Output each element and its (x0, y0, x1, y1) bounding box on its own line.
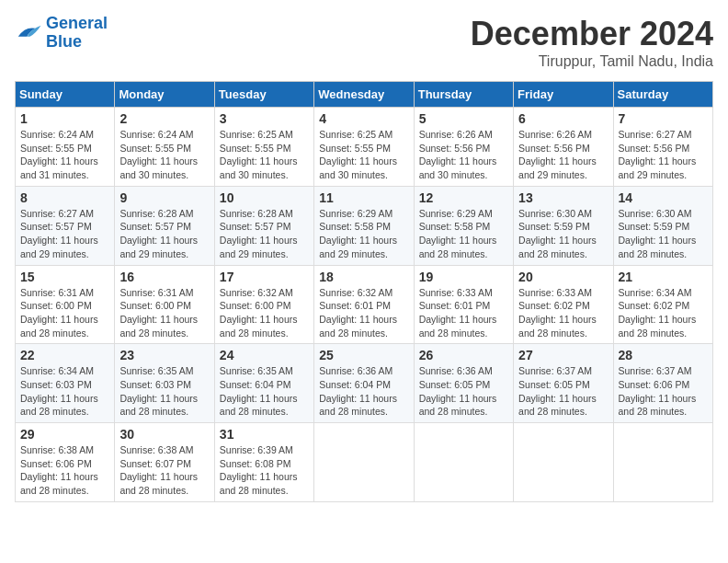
col-friday: Friday (514, 82, 613, 108)
day-info: Sunrise: 6:24 AMSunset: 5:55 PMDaylight:… (119, 128, 209, 182)
day-number: 6 (518, 111, 608, 126)
day-info: Sunrise: 6:30 AMSunset: 5:59 PMDaylight:… (518, 207, 608, 261)
day-number: 8 (20, 190, 109, 205)
day-info: Sunrise: 6:27 AMSunset: 5:57 PMDaylight:… (20, 207, 109, 261)
col-tuesday: Tuesday (214, 82, 313, 108)
calendar-cell: 9Sunrise: 6:28 AMSunset: 5:57 PMDaylight… (115, 186, 214, 265)
day-info: Sunrise: 6:26 AMSunset: 5:56 PMDaylight:… (419, 128, 508, 182)
page-header: General Blue December 2024 Tiruppur, Tam… (15, 15, 713, 70)
day-info: Sunrise: 6:25 AMSunset: 5:55 PMDaylight:… (220, 128, 309, 182)
col-sunday: Sunday (16, 82, 115, 108)
calendar-cell: 15Sunrise: 6:31 AMSunset: 6:00 PMDayligh… (16, 265, 115, 344)
calendar-cell: 12Sunrise: 6:29 AMSunset: 5:58 PMDayligh… (414, 186, 513, 265)
day-number: 2 (119, 111, 209, 126)
calendar-cell: 18Sunrise: 6:32 AMSunset: 6:01 PMDayligh… (314, 265, 414, 344)
day-number: 24 (220, 348, 309, 362)
logo-text: General Blue (46, 15, 108, 52)
day-info: Sunrise: 6:31 AMSunset: 6:00 PMDaylight:… (20, 286, 109, 340)
calendar-cell: 26Sunrise: 6:36 AMSunset: 6:05 PMDayligh… (414, 344, 513, 423)
location: Tiruppur, Tamil Nadu, India (471, 53, 713, 70)
calendar-cell: 28Sunrise: 6:37 AMSunset: 6:06 PMDayligh… (613, 344, 712, 423)
day-number: 13 (518, 190, 608, 205)
day-number: 4 (319, 111, 408, 126)
calendar-cell (414, 423, 513, 502)
day-number: 16 (119, 270, 209, 284)
calendar-cell: 5Sunrise: 6:26 AMSunset: 5:56 PMDaylight… (414, 108, 513, 187)
calendar-cell: 16Sunrise: 6:31 AMSunset: 6:00 PMDayligh… (115, 265, 214, 344)
calendar-cell: 10Sunrise: 6:28 AMSunset: 5:57 PMDayligh… (214, 186, 313, 265)
calendar-cell: 7Sunrise: 6:27 AMSunset: 5:56 PMDaylight… (613, 108, 712, 187)
calendar-table: Sunday Monday Tuesday Wednesday Thursday… (15, 81, 713, 502)
day-number: 5 (419, 111, 508, 126)
day-info: Sunrise: 6:24 AMSunset: 5:55 PMDaylight:… (20, 128, 109, 182)
day-number: 30 (119, 427, 209, 442)
calendar-cell: 21Sunrise: 6:34 AMSunset: 6:02 PMDayligh… (613, 265, 712, 344)
day-number: 22 (20, 348, 109, 362)
day-info: Sunrise: 6:35 AMSunset: 6:04 PMDaylight:… (220, 364, 309, 419)
calendar-cell: 6Sunrise: 6:26 AMSunset: 5:56 PMDaylight… (514, 108, 613, 187)
calendar-cell: 11Sunrise: 6:29 AMSunset: 5:58 PMDayligh… (314, 186, 414, 265)
calendar-cell: 19Sunrise: 6:33 AMSunset: 6:01 PMDayligh… (414, 265, 513, 344)
col-monday: Monday (115, 82, 214, 108)
calendar-cell: 4Sunrise: 6:25 AMSunset: 5:55 PMDaylight… (314, 108, 414, 187)
day-number: 20 (518, 270, 608, 284)
logo-icon (15, 22, 42, 44)
day-info: Sunrise: 6:38 AMSunset: 6:07 PMDaylight:… (119, 443, 209, 498)
day-info: Sunrise: 6:28 AMSunset: 5:57 PMDaylight:… (119, 207, 209, 261)
day-number: 15 (20, 270, 109, 284)
day-info: Sunrise: 6:32 AMSunset: 6:01 PMDaylight:… (319, 286, 408, 340)
day-info: Sunrise: 6:34 AMSunset: 6:02 PMDaylight:… (619, 286, 708, 340)
day-number: 11 (319, 190, 408, 205)
day-number: 3 (220, 111, 309, 126)
calendar-cell: 3Sunrise: 6:25 AMSunset: 5:55 PMDaylight… (214, 108, 313, 187)
day-info: Sunrise: 6:30 AMSunset: 5:59 PMDaylight:… (619, 207, 708, 261)
calendar-cell: 25Sunrise: 6:36 AMSunset: 6:04 PMDayligh… (314, 344, 414, 423)
logo: General Blue (15, 15, 108, 52)
day-number: 19 (419, 270, 508, 284)
day-number: 7 (619, 111, 708, 126)
calendar-cell: 30Sunrise: 6:38 AMSunset: 6:07 PMDayligh… (115, 423, 214, 502)
day-info: Sunrise: 6:32 AMSunset: 6:00 PMDaylight:… (220, 286, 309, 340)
calendar-cell: 8Sunrise: 6:27 AMSunset: 5:57 PMDaylight… (16, 186, 115, 265)
day-info: Sunrise: 6:38 AMSunset: 6:06 PMDaylight:… (20, 443, 109, 498)
day-info: Sunrise: 6:26 AMSunset: 5:56 PMDaylight:… (518, 128, 608, 182)
day-info: Sunrise: 6:33 AMSunset: 6:02 PMDaylight:… (518, 286, 608, 340)
day-info: Sunrise: 6:25 AMSunset: 5:55 PMDaylight:… (319, 128, 408, 182)
calendar-cell: 1Sunrise: 6:24 AMSunset: 5:55 PMDaylight… (16, 108, 115, 187)
calendar-row: 15Sunrise: 6:31 AMSunset: 6:00 PMDayligh… (16, 265, 713, 344)
calendar-cell: 20Sunrise: 6:33 AMSunset: 6:02 PMDayligh… (514, 265, 613, 344)
day-number: 17 (220, 270, 309, 284)
day-info: Sunrise: 6:27 AMSunset: 5:56 PMDaylight:… (619, 128, 708, 182)
day-number: 12 (419, 190, 508, 205)
calendar-cell: 27Sunrise: 6:37 AMSunset: 6:05 PMDayligh… (514, 344, 613, 423)
day-number: 21 (619, 270, 708, 284)
calendar-cell: 13Sunrise: 6:30 AMSunset: 5:59 PMDayligh… (514, 186, 613, 265)
day-number: 31 (220, 427, 309, 442)
day-info: Sunrise: 6:37 AMSunset: 6:06 PMDaylight:… (619, 364, 708, 419)
day-number: 29 (20, 427, 109, 442)
calendar-cell: 14Sunrise: 6:30 AMSunset: 5:59 PMDayligh… (613, 186, 712, 265)
day-info: Sunrise: 6:39 AMSunset: 6:08 PMDaylight:… (220, 443, 309, 498)
calendar-cell (613, 423, 712, 502)
day-number: 10 (220, 190, 309, 205)
calendar-cell: 31Sunrise: 6:39 AMSunset: 6:08 PMDayligh… (214, 423, 313, 502)
col-saturday: Saturday (613, 82, 712, 108)
calendar-cell: 29Sunrise: 6:38 AMSunset: 6:06 PMDayligh… (16, 423, 115, 502)
calendar-row: 1Sunrise: 6:24 AMSunset: 5:55 PMDaylight… (16, 108, 713, 187)
day-info: Sunrise: 6:36 AMSunset: 6:05 PMDaylight:… (419, 364, 508, 419)
col-wednesday: Wednesday (314, 82, 414, 108)
calendar-cell: 23Sunrise: 6:35 AMSunset: 6:03 PMDayligh… (115, 344, 214, 423)
day-number: 18 (319, 270, 408, 284)
calendar-row: 29Sunrise: 6:38 AMSunset: 6:06 PMDayligh… (16, 423, 713, 502)
day-info: Sunrise: 6:35 AMSunset: 6:03 PMDaylight:… (119, 364, 209, 419)
calendar-cell: 17Sunrise: 6:32 AMSunset: 6:00 PMDayligh… (214, 265, 313, 344)
calendar-cell (514, 423, 613, 502)
header-row: Sunday Monday Tuesday Wednesday Thursday… (16, 82, 713, 108)
day-info: Sunrise: 6:33 AMSunset: 6:01 PMDaylight:… (419, 286, 508, 340)
day-number: 25 (319, 348, 408, 362)
day-info: Sunrise: 6:37 AMSunset: 6:05 PMDaylight:… (518, 364, 608, 419)
day-info: Sunrise: 6:28 AMSunset: 5:57 PMDaylight:… (220, 207, 309, 261)
title-block: December 2024 Tiruppur, Tamil Nadu, Indi… (471, 15, 713, 70)
day-info: Sunrise: 6:29 AMSunset: 5:58 PMDaylight:… (319, 207, 408, 261)
calendar-cell: 22Sunrise: 6:34 AMSunset: 6:03 PMDayligh… (16, 344, 115, 423)
